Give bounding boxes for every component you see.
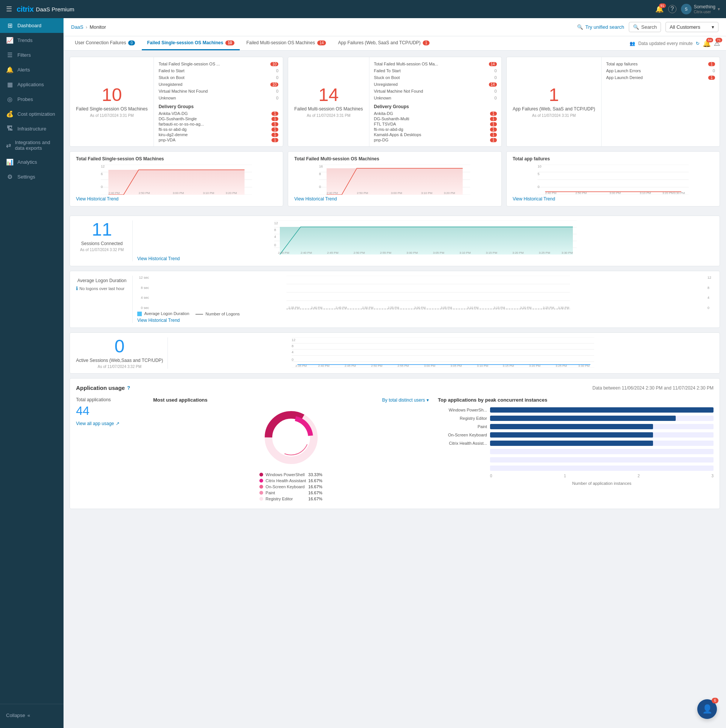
avatar: S bbox=[681, 4, 692, 14]
sort-select-btn[interactable]: By total distinct users ▾ bbox=[382, 397, 429, 403]
breadcrumb-sep: › bbox=[86, 24, 87, 30]
dg-badge: 1 bbox=[271, 122, 278, 126]
dg-row: pnp-VDA 1 bbox=[158, 137, 278, 143]
trends-icon: 📈 bbox=[6, 37, 14, 44]
search-icon: 🔍 bbox=[633, 24, 639, 30]
legend-label: Windows PowerShell bbox=[265, 472, 306, 477]
sidebar-label-alerts: Alerts bbox=[17, 67, 30, 73]
top-navbar: ☰ citrix DaaS Premium 🔔 91 ? S Something… bbox=[0, 0, 726, 18]
donut-legend: Windows PowerShell 33.33% Citrix Health … bbox=[259, 472, 322, 503]
dg-name: Ankita-VDA-DG bbox=[158, 111, 188, 116]
breadcrumb: DaaS › Monitor bbox=[71, 24, 106, 30]
detail-label: App Launch Denied bbox=[606, 75, 643, 80]
detail-row: Unregistered 14 bbox=[374, 81, 497, 87]
detail-row: Unknown 0 bbox=[374, 95, 497, 101]
bar-label: Paint bbox=[438, 424, 487, 429]
collapse-btn[interactable]: Collapse « bbox=[0, 709, 64, 722]
legend-pct: 16.67% bbox=[308, 491, 322, 495]
svg-text:3:20 PM: 3:20 PM bbox=[444, 191, 455, 195]
sidebar-item-integrations[interactable]: ⇄ Integrations and data exports bbox=[0, 136, 64, 155]
status-icon: 👥 bbox=[630, 41, 635, 46]
active-sessions-left: 0 Active Sessions (Web,Saas and TCP/UDP)… bbox=[76, 337, 168, 369]
sidebar-item-cost-optimization[interactable]: 💰 Cost optimization bbox=[0, 107, 64, 121]
total-apps-label: Total applications bbox=[76, 397, 144, 402]
view-all-app-usage-link[interactable]: View all app usage ↗ bbox=[76, 421, 144, 426]
bar-track bbox=[490, 432, 714, 438]
app-usage-info-icon[interactable]: ? bbox=[127, 385, 130, 391]
avg-logon-row: Average Logon Duration ℹ No logons over … bbox=[70, 271, 720, 328]
tab-user-connection-failures[interactable]: User Connection Failures 0 bbox=[70, 36, 140, 50]
tab-right-status: 👥 Data updated every minute ↻ 🔔 64 ⚠ 71 bbox=[630, 39, 720, 48]
alert-btn-2[interactable]: ⚠ 71 bbox=[714, 39, 720, 48]
view-trend-link-multi[interactable]: View Historical Trend bbox=[294, 196, 337, 202]
help-btn[interactable]: ? bbox=[668, 5, 676, 13]
unified-search-label: Try unified search bbox=[585, 24, 624, 30]
nav-actions: 🔔 91 ? S Something Citrix-user ▾ bbox=[655, 4, 720, 14]
single-session-metric-left: 10 Failed Single-session OS Machines As … bbox=[70, 57, 154, 146]
sidebar-item-settings[interactable]: ⚙ Settings bbox=[0, 169, 64, 184]
view-trend-link-sessions[interactable]: View Historical Trend bbox=[137, 256, 180, 261]
sidebar-item-alerts[interactable]: 🔔 Alerts bbox=[0, 62, 64, 77]
notifications-btn[interactable]: 🔔 91 bbox=[655, 5, 664, 13]
detail-label: Failed To Start bbox=[374, 68, 401, 73]
tab-app-failures[interactable]: App Failures (Web, SaaS and TCP/UDP) 1 bbox=[333, 36, 435, 50]
detail-count: 0 bbox=[276, 68, 278, 73]
breadcrumb-parent[interactable]: DaaS bbox=[71, 24, 84, 30]
sessions-connected-svg: 12 8 4 0 2:35 PM 2:40 PM 2:45 PM 2:50 PM bbox=[137, 220, 714, 255]
unified-search-btn[interactable]: 🔍 Try unified search bbox=[577, 24, 624, 30]
svg-text:2:50 PM: 2:50 PM bbox=[362, 306, 374, 309]
sidebar-item-trends[interactable]: 📈 Trends bbox=[0, 33, 64, 48]
customer-select[interactable]: All Customers ▾ bbox=[666, 22, 718, 32]
detail-label: Unknown bbox=[374, 96, 391, 100]
tab-failed-single-session[interactable]: Failed Single-session OS Machines 10 bbox=[142, 36, 240, 50]
sidebar-item-dashboard[interactable]: ⊞ Dashboard bbox=[0, 18, 64, 33]
search-box[interactable]: 🔍 Search bbox=[629, 22, 661, 32]
sidebar-item-filters[interactable]: ☰ Filters bbox=[0, 48, 64, 62]
main-content: DaaS › Monitor 🔍 Try unified search 🔍 Se… bbox=[64, 18, 726, 728]
legend-label: Paint bbox=[265, 491, 306, 495]
sessions-connected-chart: 12 8 4 0 2:35 PM 2:40 PM 2:45 PM 2:50 PM bbox=[137, 220, 714, 261]
svg-text:3:20 PM: 3:20 PM bbox=[226, 191, 237, 195]
hamburger-icon[interactable]: ☰ bbox=[6, 5, 12, 13]
svg-text:3:20 PM: 3:20 PM bbox=[520, 306, 532, 309]
svg-text:16: 16 bbox=[319, 165, 323, 168]
svg-text:2:50 PM: 2:50 PM bbox=[357, 191, 368, 195]
detail-count: 0 bbox=[495, 89, 497, 93]
sidebar-label-trends: Trends bbox=[17, 37, 33, 43]
svg-text:3:30 PM: 3:30 PM bbox=[673, 191, 685, 195]
float-action-btn[interactable]: 👤 6 bbox=[697, 699, 717, 719]
sidebar-item-applications[interactable]: ▦ Applications bbox=[0, 77, 64, 92]
customer-select-label: All Customers bbox=[670, 24, 700, 30]
user-detail: Citrix-user bbox=[694, 10, 715, 14]
bar-chart-section: Top applications by peak concurrent inst… bbox=[438, 397, 714, 503]
tab-failed-multi-session[interactable]: Failed Multi-session OS Machines 14 bbox=[241, 36, 332, 50]
sessions-connected-left: 11 Sessions Connected As of 11/07/2024 3… bbox=[76, 220, 133, 261]
dashboard-content: 10 Failed Single-session OS Machines As … bbox=[64, 51, 726, 520]
svg-text:3:05 PM: 3:05 PM bbox=[451, 364, 462, 368]
settings-icon: ⚙ bbox=[6, 173, 14, 180]
svg-marker-22 bbox=[327, 168, 463, 195]
avg-logon-svg: 2:35 PM 2:40 PM 2:45 PM 2:50 PM 2:55 PM … bbox=[150, 276, 706, 310]
sidebar-item-infrastructure[interactable]: 🏗 Infrastructure bbox=[0, 121, 64, 136]
alert-btn-1[interactable]: 🔔 64 bbox=[703, 39, 711, 48]
refresh-icon[interactable]: ↻ bbox=[696, 41, 700, 46]
active-sessions-title: Active Sessions (Web,Saas and TCP/UDP) bbox=[76, 358, 163, 363]
bar-track bbox=[490, 449, 714, 454]
sidebar-item-probes[interactable]: ◎ Probes bbox=[0, 92, 64, 107]
svg-text:4: 4 bbox=[274, 235, 276, 239]
svg-text:3:20 PM: 3:20 PM bbox=[512, 251, 524, 255]
view-trend-link-single[interactable]: View Historical Trend bbox=[76, 196, 119, 202]
svg-text:3:05 PM: 3:05 PM bbox=[433, 251, 444, 255]
view-trend-link-logon[interactable]: View Historical Trend bbox=[137, 318, 714, 323]
active-sessions-number: 0 bbox=[76, 337, 163, 355]
sidebar-item-analytics[interactable]: 📊 Analytics bbox=[0, 155, 64, 169]
single-session-number: 10 bbox=[102, 86, 122, 104]
app-usage-section: Application usage ? Data between 11/06/2… bbox=[70, 378, 720, 509]
view-trend-link-app[interactable]: View Historical Trend bbox=[513, 196, 555, 202]
svg-text:3:00 PM: 3:00 PM bbox=[173, 191, 184, 195]
user-menu[interactable]: S Something Citrix-user ▾ bbox=[681, 4, 720, 14]
detail-label: Stuck on Boot bbox=[374, 75, 400, 80]
tab-label: User Connection Failures bbox=[75, 40, 126, 45]
detail-count: 0 bbox=[495, 96, 497, 100]
dg-name: pnp-DG bbox=[374, 138, 389, 142]
